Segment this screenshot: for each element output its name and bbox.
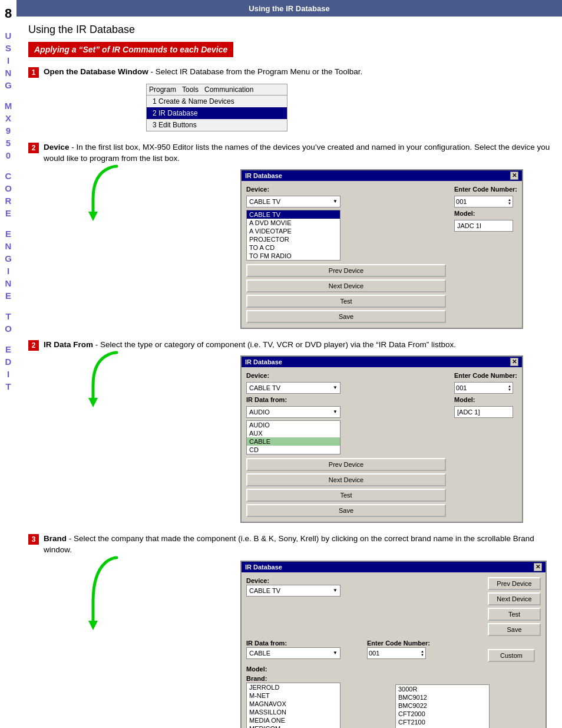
code-col-3: Enter Code Number: 001 ▲ ▼ xyxy=(367,640,484,662)
ir-window-1: IR Database ✕ Device: CABLE TV ▼ C xyxy=(134,169,550,329)
sidebar-engine: E N G I N E xyxy=(5,228,12,302)
ir-window-1-titlebar: IR Database ✕ xyxy=(242,170,522,181)
ir-data-select-2[interactable]: AUDIO ▼ xyxy=(246,406,340,418)
code-spinbox-2[interactable]: 001 ▲ ▼ xyxy=(454,382,513,394)
test-btn-2[interactable]: Test xyxy=(246,489,446,502)
ir-window-1-title: IR Database xyxy=(245,172,282,179)
step3-text: Brand - Select the company that made the… xyxy=(44,533,550,556)
device-list-item-projector[interactable]: PROJECTOR xyxy=(247,235,340,243)
model-cft2100[interactable]: CFT2100 xyxy=(396,718,489,726)
brand-massillon[interactable]: MASSILLON xyxy=(247,708,340,716)
ir-window-2-close[interactable]: ✕ xyxy=(510,358,518,366)
ir-window-2-right: Prev Device Next Device Test Save xyxy=(246,458,446,517)
ir-window-3-close[interactable]: ✕ xyxy=(534,563,542,571)
device-select-2[interactable]: CABLE TV ▼ xyxy=(246,382,340,394)
brand-mediaone[interactable]: MEDIA ONE xyxy=(247,716,340,724)
custom-btn-3[interactable]: Custom xyxy=(488,649,535,662)
menu-bar-communication[interactable]: Communication xyxy=(204,85,253,94)
save-btn-1[interactable]: Save xyxy=(246,310,446,323)
ir-list-aux[interactable]: AUX xyxy=(247,429,340,437)
ir-window-3-top-left: Device: CABLE TV ▼ xyxy=(246,577,484,636)
device-label-2: Device: xyxy=(246,372,446,379)
ir-list-cd[interactable]: CD xyxy=(247,446,340,454)
prev-device-btn-1[interactable]: Prev Device xyxy=(246,264,446,277)
ir-database-window-2: IR Database ✕ Device: CABLE TV ▼ IR Data… xyxy=(240,355,523,523)
sidebar-using: U S I N G xyxy=(5,29,12,91)
brand-jerrold[interactable]: JERROLD xyxy=(247,683,340,691)
device-select-1[interactable]: CABLE TV ▼ xyxy=(246,196,340,207)
brand-list-3: JERROLD M-NET MAGNAVOX MASSILLON MEDIA O… xyxy=(246,683,340,728)
ir-window-3: IR Database ✕ Device: CABLE TV ▼ xyxy=(134,561,550,728)
step2-device-section: 2 Device - In the first list box, MX-950… xyxy=(28,142,550,329)
next-device-btn-3[interactable]: Next Device xyxy=(488,592,541,605)
step2-device-badge: 2 xyxy=(28,143,39,153)
code-spinbox-1[interactable]: 001 ▲ ▼ xyxy=(454,196,513,207)
step1-badge: 1 xyxy=(28,67,39,78)
test-btn-3[interactable]: Test xyxy=(488,608,541,621)
model-label-2: Model: xyxy=(454,396,517,403)
green-arrow-2 xyxy=(81,350,128,416)
device-select-3[interactable]: CABLE TV ▼ xyxy=(246,585,340,597)
model-3000r[interactable]: 3000R xyxy=(396,685,489,693)
model-bmc9022[interactable]: BMC9022 xyxy=(396,701,489,710)
device-list-item-vcr[interactable]: A VIDEOTAPE xyxy=(247,227,340,235)
code-label-2: Enter Code Number: xyxy=(454,372,517,379)
ir-list-audio[interactable]: AUDIO xyxy=(247,421,340,429)
save-btn-3[interactable]: Save xyxy=(488,623,541,636)
device-list-item-cabletv[interactable]: CABLE TV xyxy=(247,210,340,219)
code-value-2: 001 xyxy=(456,384,467,391)
ir-window-1-middle: Enter Code Number: 001 ▲ ▼ Model: xyxy=(454,186,517,261)
device-select-arrow-2: ▼ xyxy=(333,385,338,390)
device-list-item-tocd[interactable]: TO A CD xyxy=(247,243,340,252)
device-select-row-1: CABLE TV ▼ xyxy=(246,196,446,207)
ir-data-select-3[interactable]: CABLE ▼ xyxy=(246,647,340,659)
ir-window-1-close[interactable]: ✕ xyxy=(510,172,518,180)
spin-arrows-3: ▲ ▼ xyxy=(421,650,424,657)
menu-item-ir-database[interactable]: 2 IR Database xyxy=(147,107,287,119)
model-bmc9012[interactable]: BMC9012 xyxy=(396,693,489,701)
model-cft2000[interactable]: CFT2000 xyxy=(396,710,489,718)
step2-device-text: Device - In the first list box, MX-950 E… xyxy=(44,142,550,164)
svg-marker-1 xyxy=(88,398,98,407)
device-list-item-radio[interactable]: TO FM RADIO xyxy=(247,252,340,260)
code-spinbox-row-1: 001 ▲ ▼ xyxy=(454,196,517,207)
brand-medicom[interactable]: MEDICOM xyxy=(247,724,340,728)
sidebar-to: T O xyxy=(5,310,12,335)
device-list-item-dvd[interactable]: A DVD MOVIE xyxy=(247,219,340,227)
test-btn-1[interactable]: Test xyxy=(246,295,446,308)
ir-data-col-3: IR Data from: CABLE ▼ xyxy=(246,640,363,662)
prev-device-btn-2[interactable]: Prev Device xyxy=(246,458,446,471)
code-spinbox-3[interactable]: 001 ▲ ▼ xyxy=(367,647,426,659)
main-content: Using the IR Database Applying a “Set” o… xyxy=(16,17,562,728)
save-btn-2[interactable]: Save xyxy=(246,504,446,517)
next-device-btn-2[interactable]: Next Device xyxy=(246,473,446,486)
custom-col-3: Custom xyxy=(488,640,541,662)
menu-item-create[interactable]: 1 Create & Name Devices xyxy=(147,95,287,107)
spin-arrows-1: ▲ ▼ xyxy=(508,198,511,205)
ir-window-3-middle-row: IR Data from: CABLE ▼ Enter Code Number:… xyxy=(246,640,541,662)
menu-bar-program[interactable]: Program xyxy=(149,85,176,94)
ir-window-1-left: Device: CABLE TV ▼ CABLE TV A DVD MOVIE … xyxy=(246,186,446,261)
menu-item-edit-buttons[interactable]: 3 Edit Buttons xyxy=(147,119,287,131)
step3-badge: 3 xyxy=(28,534,39,545)
model-cft2200[interactable]: CFT2200 xyxy=(396,726,489,728)
ir-window-3-title: IR Database xyxy=(245,564,282,571)
step2-irdata-bold: IR Data From xyxy=(44,340,93,349)
code-label-1: Enter Code Number: xyxy=(454,186,517,193)
model-value-1: JADC 1I xyxy=(454,220,513,232)
spin-arrows-2: ▲ ▼ xyxy=(508,384,511,391)
step3-desc: - Select the company that made the compo… xyxy=(44,534,534,554)
next-device-btn-1[interactable]: Next Device xyxy=(246,279,446,292)
model-label-3: Model: xyxy=(246,666,541,673)
ir-list-cable[interactable]: CABLE xyxy=(247,437,340,446)
step1-header: 1 Open the Database Window - Select IR D… xyxy=(28,67,550,78)
menu-bar-tools[interactable]: Tools xyxy=(182,85,199,94)
device-select-value-1: CABLE TV xyxy=(249,198,280,205)
brand-mnet[interactable]: M-NET xyxy=(247,691,340,700)
sidebar-mx: M X 9 5 0 xyxy=(5,100,12,162)
brand-magnavox[interactable]: MAGNAVOX xyxy=(247,700,340,708)
device-list-1: CABLE TV A DVD MOVIE A VIDEOTAPE PROJECT… xyxy=(246,210,340,261)
brand-label-3: Brand: xyxy=(246,675,392,682)
ir-window-3-top: Device: CABLE TV ▼ Prev Device Next Devi… xyxy=(246,577,541,636)
prev-device-btn-3[interactable]: Prev Device xyxy=(488,577,541,590)
